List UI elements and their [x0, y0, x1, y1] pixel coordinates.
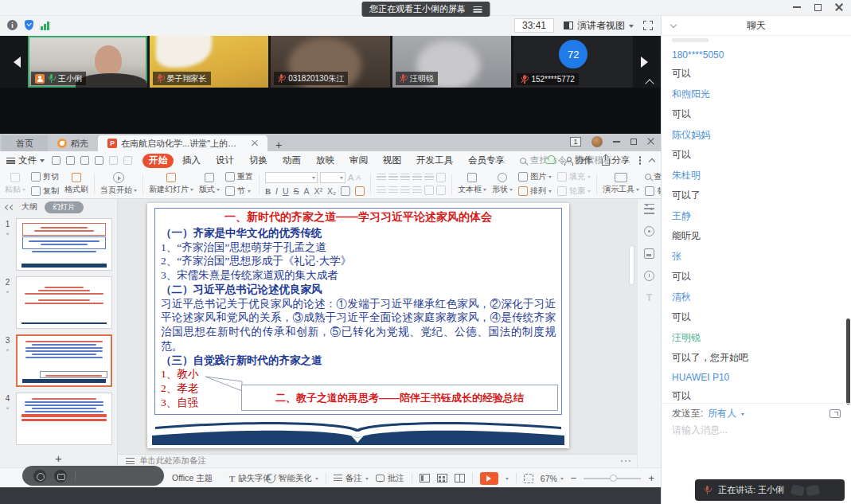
menu-item-animation[interactable]: 动画	[276, 154, 307, 168]
beautify-icon[interactable]	[644, 226, 654, 236]
current-slide[interactable]: 一、新时代的齐家之道——学习习近平论述家风的体会 （一）齐家是中华文化的优秀传统…	[147, 203, 569, 448]
slide-thumbnail[interactable]: 1*	[2, 218, 112, 271]
popout-chat-icon[interactable]	[830, 409, 841, 418]
wps-restore-icon[interactable]	[630, 139, 637, 145]
arrange-button[interactable]: 排列	[518, 186, 552, 197]
video-tile[interactable]: 王小俐	[28, 36, 147, 88]
zoom-level[interactable]: 67%	[541, 474, 564, 483]
format-painter-button[interactable]: 格式刷	[64, 173, 88, 195]
font-name-select[interactable]	[265, 172, 318, 183]
share-button[interactable]: 分享	[602, 154, 630, 166]
slide-thumbnail[interactable]: 2*	[2, 276, 112, 329]
collapse-chat-icon[interactable]	[670, 21, 677, 28]
view-mode-dropdown[interactable]: 演讲者视图	[564, 19, 634, 33]
video-tile[interactable]: 031820130朱江	[271, 36, 390, 88]
fit-slide-icon[interactable]	[524, 474, 533, 483]
section-button[interactable]: 节	[225, 186, 253, 197]
notes-button[interactable]: 备注	[334, 473, 369, 484]
bold-button[interactable]: B	[265, 187, 271, 196]
wps-minimize-icon[interactable]	[613, 141, 620, 143]
share-control-icon[interactable]	[54, 470, 67, 483]
smart-beautify-button[interactable]: 智能美化	[266, 473, 318, 484]
play-from-current-button[interactable]: 当页开始	[100, 172, 137, 196]
reset-button[interactable]: 重置	[225, 171, 253, 182]
animation-pane-icon[interactable]	[644, 248, 654, 259]
slide-thumbnail[interactable]: 4*	[2, 393, 112, 445]
slideshow-play-button[interactable]	[480, 472, 498, 485]
cloud-sync-icon[interactable]	[545, 158, 556, 164]
annotate-icon[interactable]	[33, 470, 46, 483]
font-color-button[interactable]: A	[304, 186, 310, 196]
menu-item-view[interactable]: 视图	[377, 154, 408, 168]
scroll-left-button[interactable]	[0, 36, 28, 88]
tab-outline[interactable]: 大纲	[21, 201, 37, 213]
wps-close-icon[interactable]	[647, 139, 654, 146]
slide-canvas[interactable]: 一、新时代的齐家之道——学习习近平论述家风的体会 （一）齐家是中华文化的优秀传统…	[118, 199, 637, 454]
print-preview-icon[interactable]	[80, 156, 89, 165]
close-icon[interactable]	[835, 3, 843, 11]
strikethrough-button[interactable]: S	[294, 186, 299, 196]
save-icon[interactable]	[52, 156, 61, 165]
print-icon[interactable]	[66, 156, 75, 165]
object-properties-icon[interactable]	[644, 204, 654, 214]
zoom-out-button[interactable]: −	[571, 475, 577, 483]
present-tools-button[interactable]: 演示工具	[603, 173, 639, 195]
chat-scrollbar[interactable]	[846, 318, 850, 404]
notes-bar[interactable]: 单击此处添加备注	[118, 454, 637, 467]
add-slide-button[interactable]: +	[0, 451, 117, 465]
cut-button[interactable]: 剪切	[31, 171, 59, 182]
find-button[interactable]: 查找	[645, 171, 661, 182]
menu-item-member[interactable]: 会员专享	[462, 154, 511, 168]
menu-item-insert[interactable]: 插入	[176, 154, 207, 168]
send-to-selector[interactable]: 所有人	[708, 407, 736, 420]
picture-button[interactable]: 图片	[518, 171, 552, 182]
zoom-slider-knob[interactable]	[610, 475, 617, 482]
comments-button[interactable]: 批注	[376, 473, 404, 484]
minimize-icon[interactable]	[793, 6, 801, 8]
video-tile[interactable]: 汪明锐	[392, 36, 512, 88]
slide-sorter-icon[interactable]	[437, 474, 447, 483]
new-slide-button[interactable]: 新建幻灯片	[149, 173, 193, 195]
menu-item-devtools[interactable]: 开发工具	[410, 154, 459, 168]
chat-input[interactable]: 请输入消息...	[672, 424, 728, 437]
tab-document[interactable]: P 在南航启动化学...讲堂"上的发言	[98, 135, 267, 151]
video-tile[interactable]: 晏子翔家长	[150, 36, 269, 88]
underline-button[interactable]: U	[283, 186, 289, 196]
superscript-button[interactable]: X²	[314, 186, 323, 196]
banner-menu-icon[interactable]	[473, 6, 482, 13]
reading-view-icon[interactable]	[455, 474, 465, 483]
menu-item-review[interactable]: 审阅	[343, 154, 374, 168]
window-badge[interactable]: 1	[570, 137, 581, 147]
textbox-button[interactable]: 文本框	[458, 173, 486, 195]
meeting-floating-toolbar[interactable]	[22, 466, 164, 486]
maximize-icon[interactable]	[814, 4, 822, 11]
replace-button[interactable]: 替换	[645, 186, 661, 197]
security-shield-icon[interactable]	[25, 20, 33, 30]
font-size-select[interactable]	[320, 172, 345, 183]
copy-button[interactable]: 复制	[31, 186, 59, 197]
slide-text-frame[interactable]: 一、新时代的齐家之道——学习习近平论述家风的体会 （一）齐家是中华文化的优秀传统…	[154, 208, 562, 415]
user-avatar[interactable]	[591, 136, 603, 147]
slide-scrollbar[interactable]	[629, 245, 634, 285]
video-tile[interactable]: 72 152****5772	[513, 36, 633, 88]
output-pdf-icon[interactable]	[95, 156, 103, 165]
layout-button[interactable]: 版式	[199, 173, 220, 195]
tab-docer[interactable]: 稻壳	[48, 135, 98, 151]
tab-slides[interactable]: 幻灯片	[45, 201, 84, 213]
fullscreen-icon[interactable]	[643, 21, 653, 30]
chevron-down-icon[interactable]	[741, 413, 744, 417]
slide-thumbnail-selected[interactable]: 3*	[2, 334, 112, 387]
zoom-in-button[interactable]: +	[648, 475, 654, 483]
menu-item-design[interactable]: 设计	[209, 154, 240, 168]
clear-format-icon[interactable]	[341, 186, 350, 196]
collaborate-button[interactable]: 协作	[564, 154, 593, 166]
zoom-slider[interactable]	[584, 478, 641, 479]
tab-home[interactable]: 首页	[2, 135, 48, 151]
menu-item-home[interactable]: 开始	[142, 154, 174, 168]
normal-view-icon[interactable]	[420, 474, 430, 483]
collapse-strip-icon[interactable]	[646, 78, 653, 84]
shapes-button[interactable]: 形状	[492, 173, 513, 195]
collapse-ribbon-icon[interactable]	[649, 158, 655, 165]
rehearse-timer-icon[interactable]	[644, 271, 654, 281]
menu-item-slideshow[interactable]: 放映	[310, 154, 341, 168]
